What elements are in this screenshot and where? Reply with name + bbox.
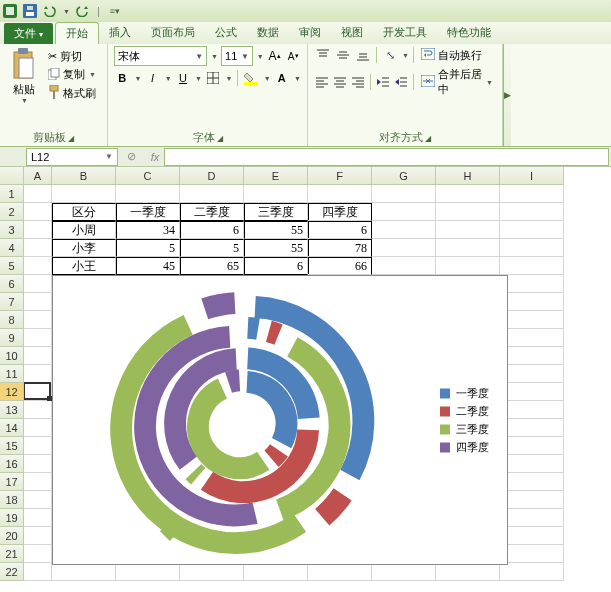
cell[interactable] (500, 455, 564, 473)
cell[interactable] (500, 473, 564, 491)
row-header-12[interactable]: 12 (0, 383, 24, 401)
cell[interactable] (500, 401, 564, 419)
cell[interactable] (24, 563, 52, 581)
italic-button[interactable]: I (144, 69, 160, 87)
col-header-G[interactable]: G (372, 167, 436, 185)
col-header-D[interactable]: D (180, 167, 244, 185)
cell[interactable] (180, 185, 244, 203)
copy-button[interactable]: 复制▼ (46, 66, 98, 83)
cell[interactable] (52, 185, 116, 203)
row-header-3[interactable]: 3 (0, 221, 24, 239)
cell[interactable] (372, 221, 436, 239)
paste-button[interactable]: 粘贴 ▼ (6, 46, 42, 104)
tab-7[interactable]: 开发工具 (373, 22, 437, 44)
cell[interactable] (24, 401, 52, 419)
cell[interactable] (436, 203, 500, 221)
tab-6[interactable]: 视图 (331, 22, 373, 44)
cell[interactable] (436, 257, 500, 275)
cell[interactable] (24, 527, 52, 545)
ribbon-scroll-right[interactable]: ▶ (503, 44, 511, 146)
cut-button[interactable]: ✂剪切 (46, 48, 98, 65)
merge-center-button[interactable]: 合并后居中▼ (418, 67, 496, 97)
cell[interactable] (436, 239, 500, 257)
cell[interactable]: 66 (308, 257, 372, 275)
tab-0[interactable]: 开始 (55, 22, 99, 44)
select-all-corner[interactable] (0, 167, 24, 185)
cell[interactable] (500, 239, 564, 257)
cell[interactable] (24, 239, 52, 257)
tab-5[interactable]: 审阅 (289, 22, 331, 44)
font-color-button[interactable]: A (274, 69, 290, 87)
cell[interactable] (24, 257, 52, 275)
cell[interactable]: 小王 (52, 257, 116, 275)
cell[interactable] (24, 491, 52, 509)
col-header-I[interactable]: I (500, 167, 564, 185)
bold-button[interactable]: B (114, 69, 130, 87)
cell[interactable] (244, 185, 308, 203)
undo-icon[interactable] (42, 3, 58, 19)
fill-color-button[interactable] (243, 69, 259, 87)
cell[interactable]: 34 (116, 221, 180, 239)
underline-button[interactable]: U (175, 69, 191, 87)
row-header-17[interactable]: 17 (0, 473, 24, 491)
row-header-5[interactable]: 5 (0, 257, 24, 275)
cell[interactable] (372, 257, 436, 275)
cell[interactable] (500, 293, 564, 311)
cell[interactable] (24, 293, 52, 311)
cell[interactable]: 区分 (52, 203, 116, 221)
cell[interactable] (24, 545, 52, 563)
tab-file[interactable]: 文件 ▾ (4, 23, 53, 44)
cell[interactable] (24, 311, 52, 329)
cell[interactable]: 小李 (52, 239, 116, 257)
align-center-button[interactable] (332, 73, 348, 91)
row-header-6[interactable]: 6 (0, 275, 24, 293)
fx-icon[interactable]: fx (146, 149, 164, 165)
font-size-combo[interactable]: 11▼ (221, 46, 253, 66)
cancel-icon[interactable]: ⊘ (122, 149, 140, 165)
row-header-13[interactable]: 13 (0, 401, 24, 419)
tab-2[interactable]: 页面布局 (141, 22, 205, 44)
increase-indent-button[interactable] (393, 73, 409, 91)
cell[interactable] (24, 473, 52, 491)
cell[interactable] (500, 221, 564, 239)
qat-customize-icon[interactable]: ≡▾ (107, 3, 123, 19)
tab-8[interactable]: 特色功能 (437, 22, 501, 44)
cell[interactable] (116, 185, 180, 203)
cell[interactable] (436, 221, 500, 239)
align-left-button[interactable] (314, 73, 330, 91)
cell[interactable] (308, 185, 372, 203)
col-header-E[interactable]: E (244, 167, 308, 185)
cell[interactable] (500, 383, 564, 401)
row-header-20[interactable]: 20 (0, 527, 24, 545)
row-header-22[interactable]: 22 (0, 563, 24, 581)
cell[interactable] (500, 203, 564, 221)
cell[interactable] (24, 383, 52, 401)
decrease-indent-button[interactable] (375, 73, 391, 91)
cell[interactable] (372, 203, 436, 221)
grow-font-button[interactable]: A▴ (267, 47, 283, 65)
name-box[interactable]: L12▼ (26, 148, 118, 166)
row-header-10[interactable]: 10 (0, 347, 24, 365)
cell[interactable] (24, 275, 52, 293)
cell[interactable] (372, 239, 436, 257)
row-header-18[interactable]: 18 (0, 491, 24, 509)
col-header-B[interactable]: B (52, 167, 116, 185)
cell[interactable] (500, 311, 564, 329)
align-right-button[interactable] (350, 73, 366, 91)
cell[interactable]: 6 (180, 221, 244, 239)
row-header-21[interactable]: 21 (0, 545, 24, 563)
cell[interactable]: 6 (308, 221, 372, 239)
row-header-15[interactable]: 15 (0, 437, 24, 455)
tab-4[interactable]: 数据 (247, 22, 289, 44)
save-icon[interactable] (22, 3, 38, 19)
cell[interactable] (500, 329, 564, 347)
cell[interactable] (500, 437, 564, 455)
align-bottom-button[interactable] (354, 46, 372, 64)
border-button[interactable] (205, 69, 221, 87)
align-top-button[interactable] (314, 46, 332, 64)
formula-bar[interactable] (164, 148, 609, 166)
row-header-11[interactable]: 11 (0, 365, 24, 383)
cell[interactable]: 65 (180, 257, 244, 275)
cell[interactable] (436, 185, 500, 203)
redo-icon[interactable] (74, 3, 90, 19)
